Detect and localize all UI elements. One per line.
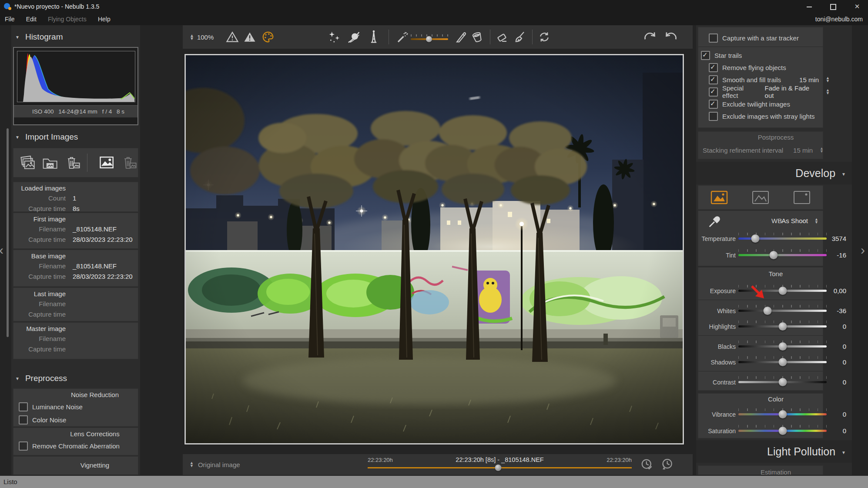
slider-track[interactable]	[738, 381, 827, 383]
tab-curves-icon[interactable]	[752, 191, 769, 204]
color-noise-checkbox[interactable]	[19, 415, 28, 424]
slider-track[interactable]	[738, 430, 827, 432]
slider-vibrance: Vibrance 0	[698, 408, 850, 422]
palette-icon[interactable]	[261, 30, 275, 43]
remove-image-button-icon[interactable]	[121, 154, 138, 171]
smooth-fill-trails-row[interactable]: Smooth and fill trails 15 min	[698, 74, 833, 86]
timeline-track[interactable]	[368, 467, 632, 468]
preprocess-section-header[interactable]: Preprocess	[11, 371, 140, 386]
white-balance-box: WB As Shoot Temperature 3574 Tint -16	[698, 211, 823, 266]
eraser-tool-icon[interactable]	[496, 30, 509, 43]
refresh-icon[interactable]	[538, 30, 551, 43]
antenna-tower-tool-icon[interactable]	[367, 30, 381, 44]
exclude-stray-lights-checkbox[interactable]	[709, 112, 718, 121]
collapse-triangle-icon	[841, 172, 846, 177]
lens-corrections-box: Lens Corrections Remove Chromatic Aberra…	[13, 428, 138, 455]
clock-check-icon[interactable]	[640, 458, 654, 471]
histogram-plot	[17, 51, 135, 102]
menu-help[interactable]: Help	[93, 13, 115, 25]
star-trails-row[interactable]: Star trails	[698, 49, 825, 61]
color-noise-row[interactable]: Color Noise	[13, 413, 138, 426]
luminance-noise-checkbox[interactable]	[19, 402, 28, 411]
exclude-twilight-row[interactable]: Exclude twilight images	[698, 98, 833, 110]
exclude-stray-lights-row[interactable]: Exclude images with stray lights	[698, 110, 833, 122]
magic-wand-tool-icon[interactable]	[396, 30, 409, 43]
slider-knob[interactable]	[778, 358, 787, 366]
warning-filled-icon[interactable]	[243, 30, 256, 43]
zoom-stepper[interactable]	[190, 34, 194, 40]
tab-details-icon[interactable]	[793, 191, 811, 204]
exclude-twilight-checkbox[interactable]	[709, 100, 718, 109]
menu-file[interactable]: File	[0, 13, 20, 25]
collapse-right-chevron-icon[interactable]	[861, 244, 865, 257]
pen-tool-icon[interactable]	[454, 30, 467, 43]
slider-knob[interactable]	[778, 378, 787, 386]
capture-star-tracker-row[interactable]: Capture with a star tracker	[698, 32, 833, 44]
close-button[interactable]	[846, 0, 868, 13]
timeline-knob[interactable]	[495, 465, 502, 471]
slider-track[interactable]	[411, 38, 448, 40]
menu-edit[interactable]: Edit	[21, 13, 41, 25]
smooth-fill-trails-checkbox[interactable]	[709, 75, 718, 84]
effect-stepper[interactable]	[826, 89, 830, 95]
develop-section-header[interactable]: Develop	[696, 162, 852, 184]
minimize-button[interactable]	[798, 0, 820, 13]
stacking-interval-row: Stacking refinement interval 15 min	[698, 144, 827, 156]
undo-button-icon[interactable]	[664, 30, 678, 44]
slider-track[interactable]	[738, 325, 827, 328]
interval-stepper[interactable]	[826, 77, 830, 83]
image-viewport[interactable]	[184, 54, 684, 445]
warning-outline-icon[interactable]	[226, 30, 239, 43]
slider-knob[interactable]	[751, 234, 759, 243]
star-trails-checkbox[interactable]	[701, 51, 710, 60]
collapse-triangle-icon	[15, 35, 20, 40]
view-mode-stepper[interactable]	[190, 461, 194, 468]
slider-track[interactable]	[738, 413, 827, 415]
slider-track[interactable]	[738, 361, 827, 363]
brush-size-slider[interactable]	[411, 34, 448, 40]
slider-knob[interactable]	[778, 322, 787, 331]
slider-track[interactable]	[738, 345, 827, 348]
clock-history-icon[interactable]	[660, 458, 674, 471]
timeline-bar: Original image 22:23:20h 22:23:20h [8s] …	[183, 454, 693, 475]
light-pollution-section-header[interactable]: Light Pollution	[696, 440, 852, 463]
star-tracker-checkbox[interactable]	[709, 33, 718, 43]
wb-stepper[interactable]	[814, 218, 818, 224]
remove-flying-objects-row[interactable]: Remove flying objects	[698, 61, 833, 74]
remove-images-button-icon[interactable]	[64, 154, 81, 171]
histogram-section-header[interactable]: Histogram	[11, 30, 140, 44]
import-images-section-header[interactable]: Import Images	[11, 130, 140, 144]
open-folder-button-icon[interactable]	[41, 154, 59, 171]
stars-tool-icon[interactable]	[328, 30, 342, 44]
slider-track[interactable]	[738, 310, 827, 312]
chromatic-aberration-checkbox[interactable]	[19, 441, 28, 451]
broom-tool-icon[interactable]	[513, 30, 526, 43]
remove-flying-objects-checkbox[interactable]	[709, 63, 718, 72]
slider-track[interactable]	[738, 237, 827, 240]
slider-knob[interactable]	[763, 307, 771, 315]
account-label: toni@nebulb.com	[815, 13, 863, 25]
slider-knob[interactable]	[770, 251, 778, 259]
collapse-left-chevron-icon[interactable]	[0, 244, 3, 257]
comet-tool-icon[interactable]	[347, 30, 361, 44]
slider-track[interactable]	[738, 254, 827, 256]
eyedropper-icon[interactable]	[707, 214, 722, 229]
paint-bucket-tool-icon[interactable]	[471, 30, 484, 43]
special-effect-checkbox[interactable]	[709, 87, 718, 97]
left-scrollbar-thumb[interactable]	[7, 128, 9, 337]
menu-flying-objects[interactable]: Flying Objects	[43, 13, 91, 25]
special-effect-row[interactable]: Special effect Fade in & Fade out	[698, 86, 833, 98]
slider-knob[interactable]	[778, 427, 787, 435]
slider-knob[interactable]	[778, 342, 787, 351]
stacking-interval-stepper[interactable]	[820, 147, 824, 153]
redo-button-icon[interactable]	[643, 30, 657, 44]
tab-basic-adjustments-icon[interactable]	[710, 191, 728, 204]
luminance-noise-row[interactable]: Luminance Noise	[13, 400, 138, 413]
chromatic-aberration-row[interactable]: Remove Chromatic Aberration	[13, 439, 138, 452]
slider-knob[interactable]	[778, 287, 787, 295]
maximize-button[interactable]	[822, 0, 844, 13]
show-image-button-icon[interactable]	[98, 154, 115, 171]
add-images-button-icon[interactable]	[19, 154, 36, 171]
slider-knob[interactable]	[426, 36, 432, 42]
slider-knob[interactable]	[778, 410, 787, 418]
